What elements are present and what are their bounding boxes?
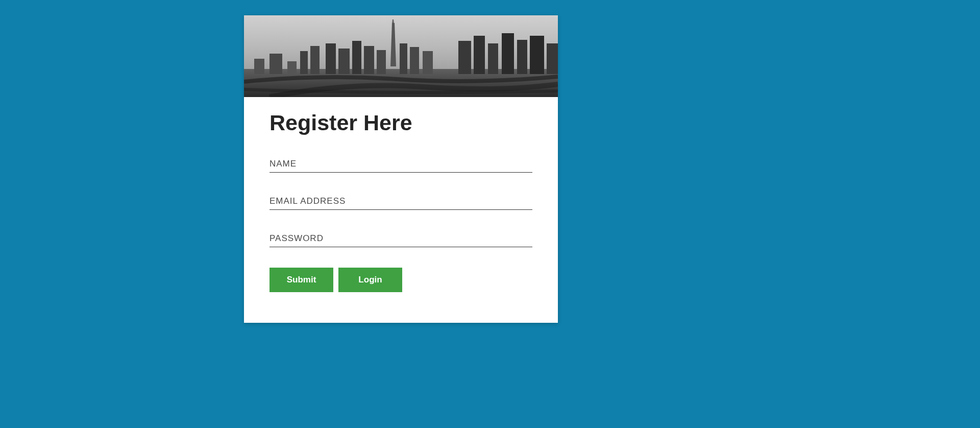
svg-rect-13 <box>377 50 386 74</box>
svg-rect-7 <box>300 51 308 74</box>
hero-image <box>244 15 558 97</box>
svg-rect-15 <box>410 47 419 74</box>
email-field-group <box>270 193 532 210</box>
email-input[interactable] <box>270 193 532 210</box>
svg-rect-9 <box>326 43 336 74</box>
svg-rect-12 <box>364 46 374 74</box>
name-field-group <box>270 156 532 173</box>
svg-rect-14 <box>400 43 407 74</box>
svg-rect-6 <box>287 61 297 74</box>
password-field-group <box>270 230 532 247</box>
svg-rect-17 <box>458 41 471 74</box>
register-card: Register Here Submit Login <box>244 15 558 323</box>
svg-rect-20 <box>502 33 514 74</box>
svg-rect-5 <box>270 54 282 74</box>
name-input[interactable] <box>270 156 532 173</box>
svg-rect-11 <box>352 41 361 74</box>
svg-rect-4 <box>254 59 264 74</box>
page-title: Register Here <box>270 110 532 135</box>
svg-rect-19 <box>488 43 498 74</box>
svg-rect-21 <box>517 40 527 74</box>
svg-rect-22 <box>530 36 544 74</box>
button-row: Submit Login <box>270 268 532 292</box>
submit-button[interactable]: Submit <box>270 268 333 292</box>
svg-rect-10 <box>338 49 350 74</box>
svg-rect-18 <box>474 36 485 74</box>
svg-rect-16 <box>423 51 433 74</box>
svg-rect-8 <box>310 46 320 74</box>
form-container: Register Here Submit Login <box>244 97 558 323</box>
login-button[interactable]: Login <box>338 268 402 292</box>
svg-rect-23 <box>547 43 558 74</box>
password-input[interactable] <box>270 230 532 247</box>
